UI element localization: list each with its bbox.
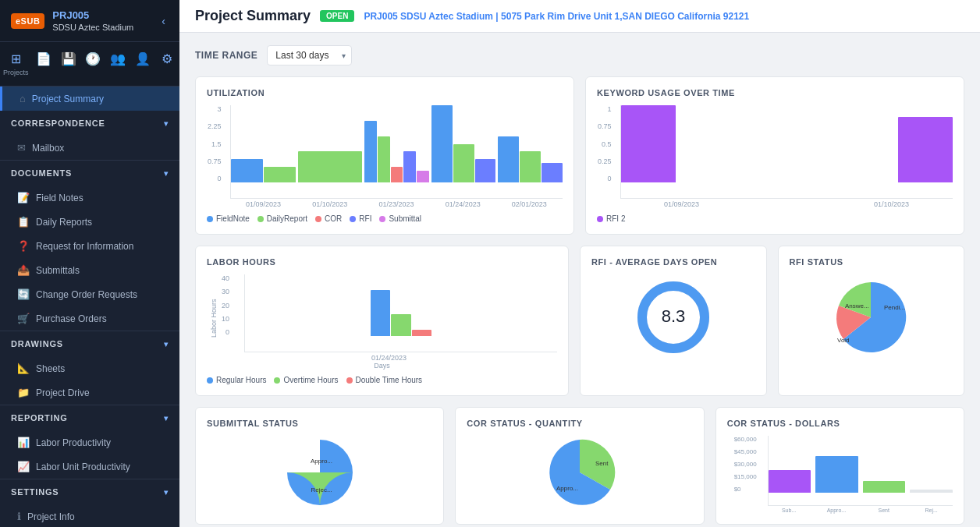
settings-label: SETTINGS <box>11 487 59 497</box>
cor-x-label-4: Rej... <box>910 508 953 513</box>
nav-icon-user-admin[interactable]: 👤 <box>130 47 155 81</box>
drawings-label: DRAWINGS <box>11 339 63 348</box>
sidebar-label-project-drive: Project Drive <box>36 387 90 398</box>
labor-hours-x-label: 01/24/2023 <box>221 354 557 362</box>
bar-submittal-3 <box>417 171 429 182</box>
cor-approved-label: Appro... <box>556 485 578 492</box>
rfi-avg-value-text: 8.3 <box>661 306 685 326</box>
correspondence-chevron: ▾ <box>164 119 169 128</box>
keyword-x-labels: 01/09/2023 01/10/2023 <box>620 200 953 208</box>
lh-bar-overtime <box>391 314 411 336</box>
nav-icon-documents[interactable]: 📄 <box>32 47 57 81</box>
legend-dot-cor <box>315 216 321 222</box>
labor-hours-y-axis: 40 30 20 10 0 <box>222 274 229 352</box>
settings-header[interactable]: SETTINGS ▾ <box>0 479 179 504</box>
lh-bar-group <box>371 274 432 336</box>
sidebar-item-rfi[interactable]: ❓ Request for Information <box>0 234 179 258</box>
legend-dot-dailyreport <box>257 216 264 222</box>
project-breadcrumb: PRJ005 SDSU Aztec Stadium | 5075 Park Ri… <box>364 11 749 22</box>
bar-rfi-5 <box>541 163 563 182</box>
charts-row-top: UTILIZATION 3 2.25 1.5 0.75 0 <box>195 76 964 235</box>
cor-x-label-1: Sub... <box>768 508 811 513</box>
sidebar-item-sheets[interactable]: 📐 Sheets <box>0 356 179 380</box>
lh-bar-empty <box>245 274 368 336</box>
time-range-select[interactable]: Last 30 days Last 7 days Last 90 days Th… <box>267 45 352 65</box>
sidebar-label-purchase-orders: Purchase Orders <box>36 313 107 324</box>
sidebar-item-submittals[interactable]: 📤 Submittals <box>0 258 179 282</box>
keyword-y-axis: 1 0.75 0.5 0.25 0 <box>598 105 612 198</box>
sidebar-item-labor-productivity[interactable]: 📊 Labor Productivity <box>0 430 179 454</box>
time-range-select-wrapper[interactable]: Last 30 days Last 7 days Last 90 days Th… <box>267 45 352 65</box>
project-address: 5075 Park Rim Drive Unit 1,SAN DIEGO Cal… <box>501 11 749 22</box>
cor-bar-blue <box>815 456 858 493</box>
project-subtitle-link[interactable]: PRJ005 SDSU Aztec Stadium <box>364 11 493 22</box>
submittals-icon: 📤 <box>17 264 30 276</box>
chart-title-cor-qty: COR STATUS - QUANTITY <box>467 419 692 428</box>
sidebar-item-project-drive[interactable]: 📁 Project Drive <box>0 380 179 405</box>
sidebar-label-labor-productivity: Labor Productivity <box>36 437 111 448</box>
legend-fieldnote: FieldNote <box>207 214 250 223</box>
sidebar-collapse-button[interactable]: ‹ <box>158 13 169 29</box>
nav-icon-esub-drive[interactable]: 💾 <box>56 47 81 81</box>
submittal-pie-container: Appro... Rejec... <box>207 436 432 510</box>
sidebar-item-labor-unit-productivity[interactable]: 📈 Labor Unit Productivity <box>0 454 179 479</box>
chart-title-keyword: KEYWORD USAGE OVER TIME <box>597 88 953 97</box>
legend-dot-rfi2 <box>597 216 603 222</box>
submittal-approved-slice <box>320 440 353 472</box>
cor-dollars-x-labels: Sub... Appro... Sent Rej... <box>768 508 953 513</box>
cor-qty-pie-svg: Sent Appro... <box>533 436 627 510</box>
time-range-bar: TIME RANGE Last 30 days Last 7 days Last… <box>195 45 964 65</box>
reporting-header[interactable]: REPORTING ▾ <box>0 405 179 430</box>
legend-rfi2: RFI 2 <box>597 214 625 223</box>
reporting-chevron: ▾ <box>164 414 169 423</box>
bar-dailyreport-3 <box>378 136 390 182</box>
lh-bar-regular <box>371 290 391 336</box>
cor-bar-green <box>863 481 906 493</box>
nav-icon-projects[interactable]: ⊞ Projects <box>0 47 32 81</box>
nav-icon-settings[interactable]: ⚙ <box>154 47 179 81</box>
lh-bar-doubletime <box>412 330 432 336</box>
sidebar-label-submittals: Submittals <box>36 265 80 276</box>
user-icon: 👤 <box>135 51 151 66</box>
legend-regular-hours: Regular Hours <box>207 376 266 384</box>
sidebar-item-project-info[interactable]: ℹ Project Info <box>0 504 179 527</box>
nav-icon-time[interactable]: 🕐 <box>81 47 106 81</box>
main-content: Project Summary OPEN PRJ005 SDSU Aztec S… <box>179 0 980 527</box>
legend-doubletime-hours: Double Time Hours <box>346 376 423 384</box>
nav-icon-resources[interactable]: 👥 <box>105 47 130 81</box>
documents-chevron: ▾ <box>164 169 169 178</box>
correspondence-label: CORRESPONDENCE <box>11 118 105 128</box>
cor-sent-label: Sent <box>595 460 609 467</box>
sidebar-item-project-summary[interactable]: ⌂ Project Summary <box>0 87 179 111</box>
cor-bar-purple <box>769 470 811 493</box>
purchase-orders-icon: 🛒 <box>17 313 30 324</box>
status-badge: OPEN <box>320 10 354 22</box>
correspondence-header[interactable]: CORRESPONDENCE ▾ <box>0 111 179 136</box>
cor-dollars-chart-area: $0 $15,000 $30,000 $45,000 $60,000 <box>733 436 953 513</box>
utilization-y-axis: 3 2.25 1.5 0.75 0 <box>208 105 222 198</box>
sidebar-label-rfi: Request for Information <box>36 241 133 252</box>
labor-hours-legend: Regular Hours Overtime Hours Double Time… <box>207 376 557 384</box>
sidebar-item-field-notes[interactable]: 📝 Field Notes <box>0 186 179 210</box>
drawings-header[interactable]: DRAWINGS ▾ <box>0 331 179 356</box>
page-title: Project Summary <box>195 8 311 24</box>
sidebar-item-mailbox[interactable]: ✉ Mailbox <box>0 136 179 160</box>
rfi-void-label: Void <box>837 337 850 344</box>
sidebar-section-documents: DOCUMENTS ▾ 📝 Field Notes 📋 Daily Report… <box>0 161 179 331</box>
sidebar-item-purchase-orders[interactable]: 🛒 Purchase Orders <box>0 306 179 331</box>
chart-title-labor-hours: LABOR HOURS <box>207 257 557 267</box>
sidebar-item-change-order-requests[interactable]: 🔄 Change Order Requests <box>0 282 179 306</box>
submittal-pie-svg: Appro... Rejec... <box>273 436 367 510</box>
sidebar-label-labor-unit-productivity: Labor Unit Productivity <box>36 462 130 472</box>
keyword-legend: RFI 2 <box>597 214 953 223</box>
chart-cor-status-qty: COR STATUS - QUANTITY Sent Appro... <box>455 407 704 525</box>
chart-rfi-avg-days: RFI - AVERAGE DAYS OPEN 8.3 <box>580 246 767 396</box>
sidebar-project-info: PRJ005 SDSU Aztec Stadium <box>52 9 151 32</box>
document-icon: 📄 <box>36 51 51 66</box>
app-logo: eSUB <box>11 13 44 29</box>
legend-dot-submittal <box>379 216 385 222</box>
documents-header[interactable]: DOCUMENTS ▾ <box>0 161 179 186</box>
kw-bar-group-2 <box>898 105 953 182</box>
sidebar-project-id: PRJ005 <box>52 9 151 21</box>
sidebar-item-daily-reports[interactable]: 📋 Daily Reports <box>0 210 179 234</box>
